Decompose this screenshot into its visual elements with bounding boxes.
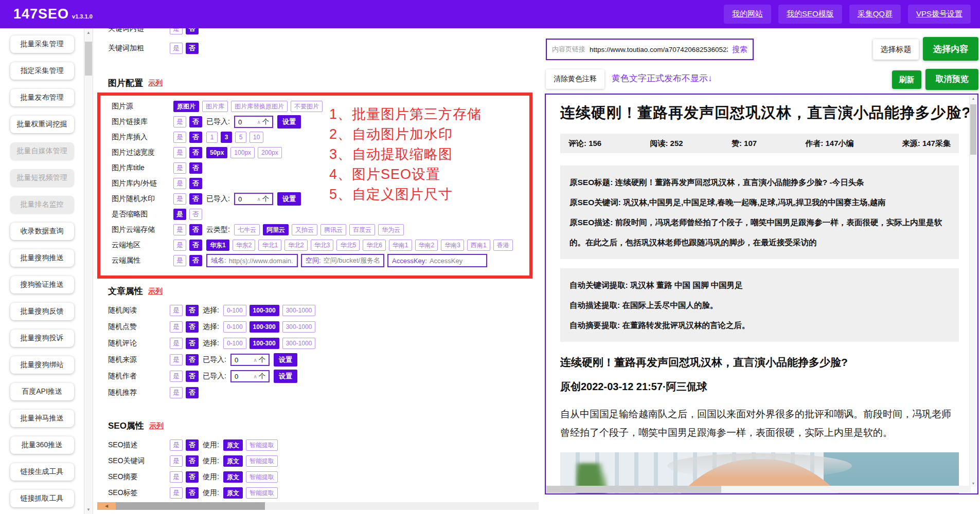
option-tag[interactable]: 智能提取 <box>246 487 278 499</box>
option-tag[interactable]: 1 <box>206 132 218 143</box>
option-tag[interactable]: 100-300 <box>250 338 279 349</box>
sidebar-item[interactable]: 链接生成工具 <box>10 463 74 481</box>
toggle-option[interactable]: 是 <box>170 371 183 382</box>
example-link[interactable]: 示列 <box>148 287 163 296</box>
cancel-preview-button[interactable]: 取消预览 <box>925 69 978 90</box>
spinner-up-icon[interactable]: ∧ <box>257 196 261 202</box>
option-tag[interactable]: 腾讯云 <box>320 224 346 235</box>
toggle-option[interactable]: 是 <box>173 240 186 251</box>
sidebar-item[interactable]: 百度API推送 <box>10 383 74 400</box>
toggle-option[interactable]: 是 <box>170 321 183 333</box>
option-tag[interactable]: 华北5 <box>336 240 360 251</box>
option-tag[interactable]: 又拍云 <box>292 224 317 235</box>
toggle-option[interactable]: 是 <box>170 487 183 499</box>
option-tag[interactable]: 华北3 <box>311 240 334 251</box>
option-tag[interactable]: 100-300 <box>250 305 279 316</box>
option-tag[interactable]: 华南3 <box>441 240 464 251</box>
toggle-option[interactable]: 是 <box>170 455 183 467</box>
imported-count-input[interactable]: 0 ∧ 个 <box>234 116 273 128</box>
option-tag[interactable]: 300-1000 <box>282 321 316 333</box>
header-nav-item[interactable]: 我的网站 <box>724 5 771 24</box>
toggle-option[interactable]: 是 <box>170 305 183 316</box>
option-tag[interactable]: 300-1000 <box>282 305 316 316</box>
header-nav-item[interactable]: 我的SEO模版 <box>778 5 842 24</box>
toggle-option[interactable]: 否 <box>189 240 202 251</box>
sidebar-item[interactable]: 搜狗验证推送 <box>10 276 74 293</box>
select-content-button[interactable]: 选择内容 <box>923 37 978 61</box>
preview-vertical-scrollbar[interactable]: ▲ ▼ <box>969 95 977 487</box>
cloud-attr-field[interactable]: AccessKey: AccessKey <box>387 254 487 267</box>
select-title-button[interactable]: 选择标题 <box>873 39 919 60</box>
option-tag[interactable]: 华南1 <box>389 240 412 251</box>
toggle-option[interactable]: 否 <box>186 387 199 398</box>
sidebar-item[interactable]: 批量搜狗反馈 <box>10 303 74 320</box>
header-nav-item[interactable]: VPS拨号设置 <box>908 5 971 24</box>
scrollbar-thumb[interactable] <box>85 42 92 76</box>
option-tag[interactable]: 华北1 <box>258 240 281 251</box>
toggle-option[interactable]: 是 <box>170 354 183 365</box>
sidebar-item[interactable]: 批量神马推送 <box>10 410 74 427</box>
sidebar-item[interactable]: 批量自媒体管理 <box>10 142 74 160</box>
cloud-attr-field[interactable]: 域名: http(s)://www.domain.com/ <box>206 254 298 267</box>
toggle-option[interactable]: 是 <box>170 439 183 451</box>
option-tag[interactable]: 华为云 <box>378 224 404 235</box>
toggle-option[interactable]: 是 <box>173 116 186 127</box>
toggle-option[interactable]: 否 <box>189 178 202 189</box>
toggle-option[interactable]: 是 <box>173 209 186 220</box>
option-tag[interactable]: 原文 <box>223 471 243 483</box>
set-button[interactable]: 设置 <box>277 115 301 128</box>
sidebar-item[interactable]: 批量360推送 <box>10 436 74 454</box>
option-tag[interactable]: 0-100 <box>223 305 246 316</box>
option-tag[interactable]: 200px <box>258 147 282 158</box>
scroll-up-icon[interactable]: ▲ <box>84 30 93 35</box>
option-tag[interactable]: 华东2 <box>233 240 256 251</box>
option-tag[interactable]: 华东1 <box>206 240 229 251</box>
toggle-option[interactable]: 否 <box>189 116 202 127</box>
option-tag[interactable]: 10 <box>250 132 263 143</box>
toggle-option[interactable]: 否 <box>189 224 202 235</box>
toggle-option[interactable]: 是 <box>173 132 186 143</box>
set-button[interactable]: 设置 <box>274 353 297 366</box>
option-tag[interactable]: 图片库替换原图片 <box>231 101 288 112</box>
toggle-option[interactable]: 是 <box>173 224 186 235</box>
sidebar-item[interactable]: 批量排名监控 <box>10 196 74 213</box>
option-tag[interactable]: 原文 <box>223 455 243 467</box>
toggle-option[interactable]: 否 <box>189 255 202 266</box>
scrollbar-thumb[interactable] <box>116 502 265 510</box>
content-url-input[interactable]: 内容页链接 https://www.toutiao.com/a707420682… <box>546 39 754 60</box>
toggle-option[interactable]: 是 <box>173 147 186 158</box>
option-tag[interactable]: 七牛云 <box>234 224 260 235</box>
imported-count-input[interactable]: 0 ∧ 个 <box>234 193 273 205</box>
toggle-option[interactable]: 否 <box>186 43 199 54</box>
header-nav-item[interactable]: 采集QQ群 <box>849 5 901 24</box>
set-button[interactable]: 设置 <box>277 192 301 206</box>
spinner-up-icon[interactable]: ∧ <box>257 119 261 125</box>
toggle-option[interactable]: 否 <box>186 487 199 499</box>
option-tag[interactable]: 原图片 <box>173 101 199 112</box>
preview-horizontal-scrollbar[interactable] <box>546 486 971 493</box>
sidebar-item[interactable]: 批量短视频管理 <box>10 169 74 187</box>
imported-count-input[interactable]: 0 ∧ 个 <box>230 354 270 366</box>
spinner-up-icon[interactable]: ∧ <box>254 374 257 379</box>
toggle-option[interactable]: 是 <box>173 162 186 174</box>
toggle-option[interactable]: 否 <box>186 471 199 483</box>
sidebar-item[interactable]: 批量采集管理 <box>10 35 74 53</box>
option-tag[interactable]: 300-1000 <box>282 338 316 349</box>
option-tag[interactable]: 原文 <box>223 487 243 499</box>
option-tag[interactable]: 华北2 <box>284 240 308 251</box>
option-tag[interactable]: 0-100 <box>223 338 246 349</box>
clear-yellow-notes-button[interactable]: 清除黄色注释 <box>546 69 604 89</box>
option-tag[interactable]: 阿里云 <box>263 224 289 235</box>
toggle-option[interactable]: 是 <box>170 338 183 349</box>
scroll-down-icon[interactable]: ▼ <box>84 507 93 512</box>
sidebar-item[interactable]: 批量搜狗绑站 <box>10 356 74 374</box>
sidebar-item[interactable]: 批量搜狗推送 <box>10 249 74 267</box>
option-tag[interactable]: 3 <box>221 132 232 143</box>
option-tag[interactable]: 图片库 <box>202 101 228 112</box>
option-tag[interactable]: 百度云 <box>349 224 375 235</box>
toggle-option[interactable]: 否 <box>186 354 199 365</box>
option-tag[interactable]: 智能提取 <box>246 455 278 467</box>
option-tag[interactable]: 智能提取 <box>246 439 278 451</box>
sidebar-item[interactable]: 链接抓取工具 <box>10 490 74 507</box>
scroll-up-icon[interactable]: ▲ <box>970 97 977 100</box>
